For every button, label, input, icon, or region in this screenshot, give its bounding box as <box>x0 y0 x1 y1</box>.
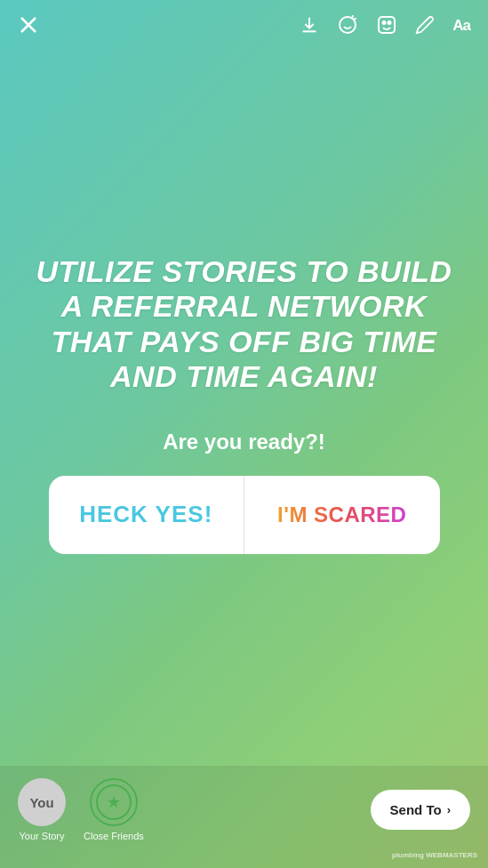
text-size-icon: Aa <box>452 18 470 33</box>
face-icon <box>376 14 397 36</box>
watermark: plumbing WEBMASTERS <box>392 851 477 859</box>
poll-widget: HECK YES! I'M SCARED <box>49 476 440 554</box>
top-right-controls: Aa <box>300 14 470 36</box>
close-icon <box>18 14 39 36</box>
svg-point-6 <box>383 21 386 24</box>
download-icon <box>300 15 319 35</box>
headline-text: UTILIZE STORIES TO BUILD A REFERRAL NETW… <box>27 254 461 393</box>
download-button[interactable] <box>300 15 319 35</box>
chevron-right-icon: › <box>447 803 451 816</box>
subheadline-text: Are you ready?! <box>163 430 325 454</box>
emoji-sparkle-icon <box>337 14 358 36</box>
top-bar: Aa <box>0 0 488 43</box>
send-to-button[interactable]: Send To › <box>371 790 470 830</box>
send-to-label: Send To <box>390 802 442 817</box>
watermark-text: plumbing WEBMASTERS <box>392 851 477 859</box>
pen-button[interactable] <box>415 15 435 35</box>
close-friends-star-icon: ★ <box>96 784 132 820</box>
close-friends-avatar: ★ <box>90 778 138 826</box>
pen-icon <box>415 15 435 35</box>
close-friends-label: Close Friends <box>84 831 144 841</box>
poll-yes-button[interactable]: HECK YES! <box>49 476 244 554</box>
main-content: UTILIZE STORIES TO BUILD A REFERRAL NETW… <box>0 43 488 766</box>
face-effects-button[interactable] <box>376 14 397 36</box>
poll-yes-label: HECK YES! <box>79 501 212 528</box>
close-friends-item[interactable]: ★ Close Friends <box>84 778 144 841</box>
your-story-avatar: You <box>18 778 66 826</box>
your-story-label: Your Story <box>20 831 65 841</box>
poll-no-label: I'M SCARED <box>277 502 406 527</box>
close-button[interactable] <box>18 14 39 36</box>
svg-point-7 <box>388 21 391 24</box>
top-left-controls <box>18 14 39 36</box>
text-size-button[interactable]: Aa <box>452 18 470 33</box>
poll-no-button[interactable]: I'M SCARED <box>244 476 440 554</box>
app-container: Aa UTILIZE STORIES TO BUILD A REFERRAL N… <box>0 0 488 868</box>
bottom-stories: You Your Story ★ Close Friends <box>18 778 144 841</box>
your-story-item[interactable]: You Your Story <box>18 778 66 841</box>
emoji-button[interactable] <box>337 14 358 36</box>
svg-rect-5 <box>379 17 395 33</box>
